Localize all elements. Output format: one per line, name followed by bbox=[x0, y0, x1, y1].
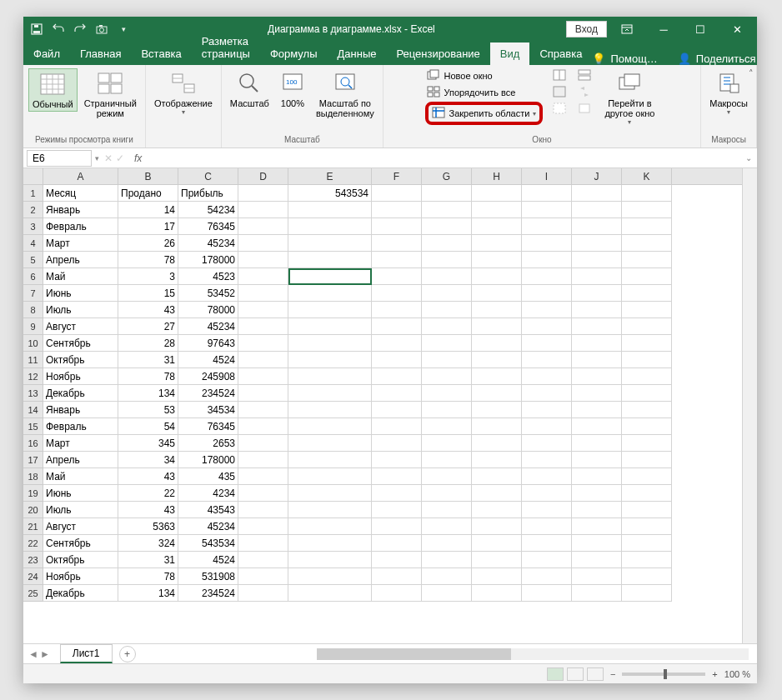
cell[interactable] bbox=[238, 468, 288, 485]
undo-icon[interactable] bbox=[52, 22, 65, 36]
cell[interactable] bbox=[422, 335, 472, 352]
horizontal-scrollbar[interactable] bbox=[317, 648, 749, 660]
add-sheet-button[interactable]: + bbox=[119, 646, 136, 662]
reset-window-button[interactable] bbox=[576, 102, 593, 117]
cell[interactable]: Февраль bbox=[43, 418, 118, 435]
cell[interactable] bbox=[472, 285, 522, 302]
cell[interactable] bbox=[238, 518, 288, 535]
cell[interactable] bbox=[522, 202, 572, 218]
row-header[interactable]: 25 bbox=[23, 585, 43, 602]
cell[interactable] bbox=[422, 318, 472, 335]
cell[interactable] bbox=[288, 285, 372, 302]
cell[interactable] bbox=[238, 318, 288, 335]
cell[interactable] bbox=[572, 302, 622, 318]
cell[interactable] bbox=[238, 252, 288, 268]
cell[interactable] bbox=[288, 418, 372, 435]
cell[interactable]: 43 bbox=[118, 502, 178, 518]
cell[interactable]: 78000 bbox=[178, 302, 238, 318]
menu-data[interactable]: Данные bbox=[328, 42, 387, 65]
cell[interactable]: 78 bbox=[118, 368, 178, 385]
cell[interactable]: Октябрь bbox=[43, 352, 118, 368]
cell[interactable] bbox=[238, 418, 288, 435]
cell[interactable] bbox=[622, 335, 672, 352]
cell[interactable]: 27 bbox=[118, 318, 178, 335]
cell[interactable] bbox=[472, 185, 522, 202]
menu-insert[interactable]: Вставка bbox=[131, 42, 191, 65]
row-header[interactable]: 18 bbox=[23, 468, 43, 485]
cell[interactable] bbox=[472, 252, 522, 268]
cell[interactable]: Декабрь bbox=[43, 385, 118, 402]
cell[interactable] bbox=[238, 202, 288, 218]
arrange-all-button[interactable]: Упорядочить все bbox=[425, 85, 543, 100]
sheet-tab-active[interactable]: Лист1 bbox=[60, 644, 113, 663]
row-header[interactable]: 12 bbox=[23, 368, 43, 385]
minimize-button[interactable]: ─ bbox=[647, 17, 680, 42]
cell[interactable] bbox=[372, 502, 422, 518]
cell[interactable] bbox=[572, 268, 622, 285]
menu-view[interactable]: Вид bbox=[490, 42, 530, 65]
cell[interactable]: 5363 bbox=[118, 518, 178, 535]
zoom-selection-button[interactable]: Масштаб по выделенному bbox=[313, 68, 378, 120]
cell[interactable]: 345 bbox=[118, 435, 178, 452]
cell[interactable] bbox=[288, 452, 372, 468]
cell[interactable] bbox=[288, 235, 372, 252]
cell[interactable] bbox=[472, 368, 522, 385]
zoom-button[interactable]: Масштаб bbox=[227, 68, 273, 110]
cell[interactable]: Август bbox=[43, 518, 118, 535]
cell[interactable] bbox=[238, 185, 288, 202]
cell[interactable] bbox=[238, 268, 288, 285]
cell[interactable]: 4234 bbox=[178, 485, 238, 502]
cell[interactable]: 245908 bbox=[178, 368, 238, 385]
row-header[interactable]: 2 bbox=[23, 202, 43, 218]
cell[interactable] bbox=[572, 452, 622, 468]
cell[interactable] bbox=[472, 268, 522, 285]
cell[interactable] bbox=[522, 268, 572, 285]
cell[interactable]: 43543 bbox=[178, 502, 238, 518]
macros-button[interactable]: Макросы ▾ bbox=[706, 68, 751, 118]
row-header[interactable]: 21 bbox=[23, 518, 43, 535]
cell[interactable] bbox=[372, 452, 422, 468]
cell[interactable] bbox=[572, 335, 622, 352]
cell[interactable] bbox=[288, 318, 372, 335]
cell[interactable] bbox=[288, 468, 372, 485]
cell[interactable] bbox=[472, 218, 522, 235]
cell[interactable] bbox=[238, 285, 288, 302]
cancel-formula-icon[interactable]: ✕ bbox=[104, 152, 113, 164]
cell[interactable] bbox=[522, 235, 572, 252]
cell[interactable] bbox=[622, 318, 672, 335]
cell[interactable] bbox=[422, 285, 472, 302]
cell[interactable] bbox=[422, 452, 472, 468]
cell[interactable] bbox=[372, 252, 422, 268]
cell[interactable] bbox=[622, 435, 672, 452]
cell[interactable] bbox=[422, 252, 472, 268]
menu-home[interactable]: Главная bbox=[70, 42, 131, 65]
cell[interactable] bbox=[522, 502, 572, 518]
cell[interactable]: Апрель bbox=[43, 252, 118, 268]
cell[interactable]: 43 bbox=[118, 468, 178, 485]
cell[interactable]: Апрель bbox=[43, 452, 118, 468]
cell[interactable] bbox=[288, 385, 372, 402]
cell[interactable]: 3 bbox=[118, 268, 178, 285]
cell[interactable]: 134 bbox=[118, 385, 178, 402]
spreadsheet-grid[interactable]: ABCDEFGHIJK 1234567891011121314151617181… bbox=[23, 168, 757, 643]
cell[interactable]: 4523 bbox=[178, 268, 238, 285]
cell[interactable]: 28 bbox=[118, 335, 178, 352]
unhide-button[interactable] bbox=[551, 102, 568, 117]
new-window-button[interactable]: Новое окно bbox=[425, 68, 543, 83]
row-header[interactable]: 15 bbox=[23, 418, 43, 435]
cell[interactable] bbox=[522, 318, 572, 335]
cell[interactable] bbox=[522, 535, 572, 552]
cell[interactable]: 53452 bbox=[178, 285, 238, 302]
cell[interactable] bbox=[238, 585, 288, 602]
row-header[interactable]: 17 bbox=[23, 452, 43, 468]
cell[interactable]: 531908 bbox=[178, 568, 238, 585]
fx-icon[interactable]: fx bbox=[129, 152, 147, 164]
cell[interactable] bbox=[472, 535, 522, 552]
cell[interactable] bbox=[522, 435, 572, 452]
ribbon-options-icon[interactable] bbox=[610, 17, 644, 42]
cell[interactable]: Ноябрь bbox=[43, 568, 118, 585]
cell[interactable] bbox=[572, 285, 622, 302]
zoom-out-button[interactable]: − bbox=[610, 669, 615, 679]
namebox[interactable] bbox=[27, 150, 92, 167]
cell[interactable] bbox=[522, 352, 572, 368]
